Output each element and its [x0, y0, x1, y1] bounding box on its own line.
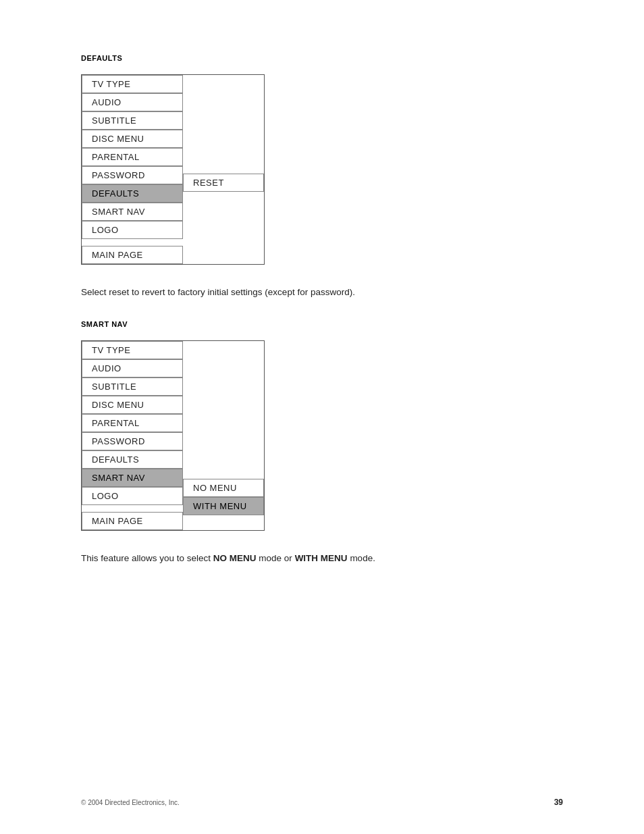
desc-part-3: mode. [348, 553, 375, 563]
page-footer: © 2004 Directed Electronics, Inc. 39 [81, 798, 563, 807]
defaults-diagram: TV TYPE AUDIO SUBTITLE DISC MENU PARENTA… [81, 74, 563, 265]
sn-side-spacer [183, 341, 264, 479]
side-spacer [183, 75, 264, 174]
smart-nav-side-panel: NO MENU WITH MENU [183, 341, 264, 530]
defaults-heading: DEFAULTS [81, 54, 563, 62]
menu-item-parental: PARENTAL [82, 148, 183, 166]
smart-nav-diagram: TV TYPE AUDIO SUBTITLE DISC MENU PARENTA… [81, 340, 563, 531]
menu-item-subtitle: SUBTITLE [82, 111, 183, 130]
side-option-with-menu: WITH MENU [183, 497, 264, 515]
defaults-description: Select reset to revert to factory initia… [81, 285, 563, 300]
sn-menu-item-disc-menu: DISC MENU [82, 396, 183, 414]
menu-item-defaults-active: DEFAULTS [82, 184, 183, 203]
smart-nav-description: This feature allows you to select NO MEN… [81, 551, 563, 566]
menu-item-tv-type: TV TYPE [82, 75, 183, 93]
sn-menu-item-password: PASSWORD [82, 432, 183, 450]
sn-menu-item-defaults: DEFAULTS [82, 450, 183, 469]
sn-menu-item-logo: LOGO [82, 487, 183, 505]
sn-menu-item-audio: AUDIO [82, 359, 183, 377]
side-option-no-menu: NO MENU [183, 479, 264, 497]
desc-no-menu: NO MENU [213, 553, 257, 563]
page-content: DEFAULTS TV TYPE AUDIO SUBTITLE DISC MEN… [0, 0, 644, 626]
menu-item-spacer [82, 239, 183, 246]
smart-nav-menu: TV TYPE AUDIO SUBTITLE DISC MENU PARENTA… [82, 341, 183, 530]
menu-item-main-page: MAIN PAGE [82, 246, 183, 264]
defaults-outer-box: TV TYPE AUDIO SUBTITLE DISC MENU PARENTA… [81, 74, 265, 265]
sn-menu-item-subtitle: SUBTITLE [82, 377, 183, 396]
smart-nav-heading: SMART NAV [81, 320, 563, 328]
defaults-menu: TV TYPE AUDIO SUBTITLE DISC MENU PARENTA… [82, 75, 183, 264]
sn-menu-item-smart-nav-active: SMART NAV [82, 469, 183, 487]
side-option-reset: RESET [183, 174, 264, 192]
sn-menu-item-main-page: MAIN PAGE [82, 512, 183, 530]
smart-nav-outer-box: TV TYPE AUDIO SUBTITLE DISC MENU PARENTA… [81, 340, 265, 531]
sn-menu-item-tv-type: TV TYPE [82, 341, 183, 359]
desc-part-2: mode or [257, 553, 295, 563]
footer-copyright: © 2004 Directed Electronics, Inc. [81, 799, 180, 806]
menu-item-password: PASSWORD [82, 166, 183, 184]
menu-item-disc-menu: DISC MENU [82, 130, 183, 148]
menu-item-logo: LOGO [82, 221, 183, 239]
desc-part-1: This feature allows you to select [81, 553, 213, 563]
footer-page-number: 39 [554, 798, 563, 807]
menu-item-audio: AUDIO [82, 93, 183, 111]
sn-menu-item-parental: PARENTAL [82, 414, 183, 432]
defaults-side-panel: RESET [183, 75, 264, 264]
desc-with-menu: WITH MENU [295, 553, 348, 563]
sn-menu-item-spacer [82, 505, 183, 512]
menu-item-smart-nav: SMART NAV [82, 203, 183, 221]
